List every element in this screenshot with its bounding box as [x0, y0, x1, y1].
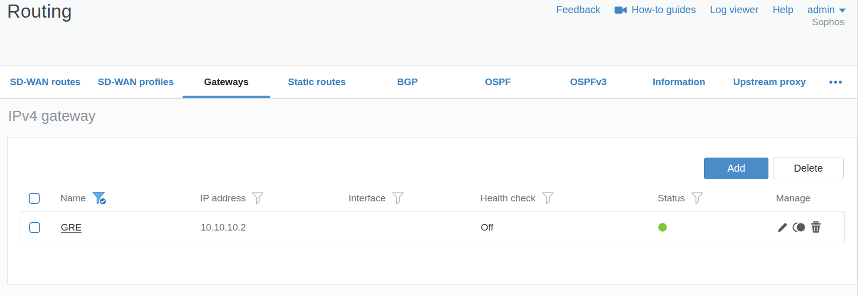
ipv4-gateway-panel: Add Delete Name — [7, 137, 857, 284]
clone-icon[interactable] — [793, 221, 806, 234]
column-header-interface: Interface — [340, 192, 472, 205]
table-header-row: Name IP address — [21, 185, 845, 211]
more-tabs-button[interactable]: ••• — [815, 66, 857, 98]
delete-button[interactable]: Delete — [773, 158, 844, 179]
gateway-table: Name IP address — [21, 185, 845, 243]
row-manage-cell — [768, 221, 844, 234]
name-filter-active-icon[interactable] — [92, 191, 107, 205]
row-health-check-cell: Off — [473, 222, 650, 233]
row-ip-cell: 10.10.10.2 — [193, 222, 341, 233]
ip-address-filter-icon[interactable] — [251, 192, 265, 205]
add-button[interactable]: Add — [704, 158, 768, 179]
health-check-filter-icon[interactable] — [542, 192, 555, 205]
gateway-health-check: Off — [481, 222, 493, 233]
tab-ospfv3[interactable]: OSPFv3 — [543, 66, 634, 98]
status-filter-icon[interactable] — [691, 192, 704, 205]
row-checkbox[interactable] — [29, 222, 40, 233]
tab-sdwan-profiles[interactable]: SD-WAN profiles — [91, 66, 181, 98]
tab-gateways[interactable]: Gateways — [181, 66, 272, 98]
page-title: Routing — [7, 1, 72, 22]
routing-page: Routing Feedback How-to guides Log viewe… — [0, 0, 858, 296]
content-area: IPv4 gateway Add Delete Name — [0, 99, 857, 296]
header-links: Feedback How-to guides Log viewer Help a… — [556, 4, 846, 16]
gateway-name-link[interactable]: GRE — [61, 222, 81, 233]
column-header-name: Name — [52, 191, 192, 205]
chevron-down-icon — [839, 9, 846, 13]
panel-toolbar: Add Delete — [8, 137, 857, 179]
table-body: GRE 10.10.10.2 Off — [21, 211, 845, 243]
header-checkbox-cell — [21, 193, 52, 204]
manage-actions — [776, 221, 822, 234]
video-camera-icon — [615, 6, 627, 14]
how-to-guides-link[interactable]: How-to guides — [615, 4, 696, 16]
column-header-manage: Manage — [768, 193, 845, 204]
tab-sdwan-routes[interactable]: SD-WAN routes — [0, 66, 91, 98]
select-all-checkbox[interactable] — [29, 193, 40, 204]
gateway-ip: 10.10.10.2 — [201, 222, 246, 233]
row-name-cell: GRE — [53, 222, 193, 233]
tab-static-routes[interactable]: Static routes — [272, 66, 362, 98]
tab-upstream-proxy[interactable]: Upstream proxy — [724, 66, 815, 98]
routing-tabs: SD-WAN routes SD-WAN profiles Gateways S… — [0, 65, 857, 99]
log-viewer-link[interactable]: Log viewer — [710, 4, 759, 16]
column-header-status: Status — [650, 192, 768, 205]
edit-icon[interactable] — [776, 221, 789, 234]
row-status-cell — [650, 223, 768, 232]
status-dot — [658, 223, 667, 232]
delete-icon[interactable] — [810, 221, 822, 234]
column-header-health-check: Health check — [472, 192, 650, 205]
page-header: Routing Feedback How-to guides Log viewe… — [0, 0, 857, 65]
table-row: GRE 10.10.10.2 Off — [21, 212, 844, 243]
section-title: IPv4 gateway — [0, 99, 857, 126]
user-menu[interactable]: admin — [808, 4, 846, 16]
tab-bgp[interactable]: BGP — [362, 66, 453, 98]
tab-ospf[interactable]: OSPF — [453, 66, 543, 98]
feedback-link[interactable]: Feedback — [556, 4, 600, 16]
interface-filter-icon[interactable] — [392, 192, 405, 205]
column-header-ip-address: IP address — [192, 192, 340, 205]
row-checkbox-cell — [21, 222, 53, 233]
help-link[interactable]: Help — [772, 4, 793, 16]
brand-label: Sophos — [812, 17, 844, 28]
tab-information[interactable]: Information — [634, 66, 724, 98]
user-name: admin — [808, 4, 835, 16]
